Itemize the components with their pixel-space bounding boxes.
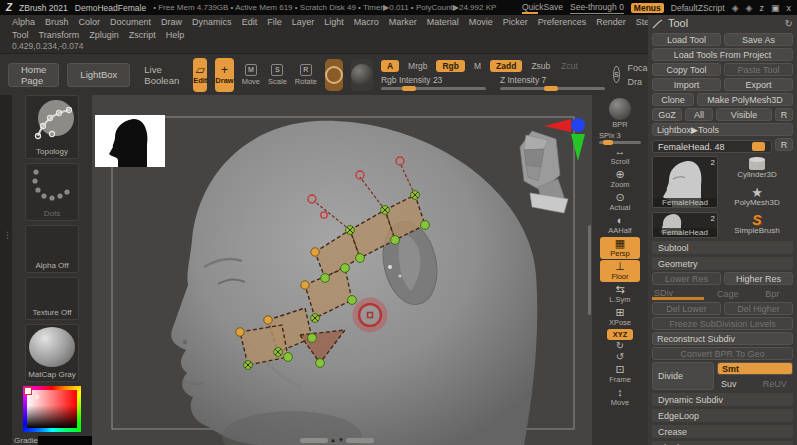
current-brush-button[interactable] (325, 59, 343, 91)
del-lower-button[interactable]: Del Lower (652, 302, 721, 315)
focal-shift-clipped[interactable]: Foca (628, 63, 648, 73)
tool-r-button[interactable]: R (775, 138, 793, 151)
see-through-slider[interactable]: See-through 0 (570, 2, 624, 14)
simplebrush-tool[interactable]: S SimpleBrush (721, 212, 793, 237)
alpha-selector[interactable]: Alpha Off (25, 225, 79, 273)
minimize-button[interactable]: z (759, 3, 764, 13)
rgb-intensity-slider[interactable]: Rgb Intensity 23 (381, 75, 486, 90)
scroll-down-icon[interactable]: ▼ (338, 438, 344, 443)
menu-brush[interactable]: Brush (45, 17, 69, 27)
femalehead2-tool[interactable]: 2 FemaleHead (652, 212, 718, 238)
sdiv-slider[interactable]: SDiv (652, 288, 704, 300)
spix-handle[interactable] (603, 140, 613, 145)
menu-draw[interactable]: Draw (161, 17, 182, 27)
rgb-toggle[interactable]: Rgb (436, 60, 465, 72)
menu-preferences[interactable]: Preferences (538, 17, 587, 27)
scale-mode-button[interactable]: S Scale (268, 64, 287, 86)
bpr-geo-button[interactable]: Bpr (752, 287, 794, 300)
current-stroke-button[interactable] (351, 59, 373, 91)
restore-button[interactable]: ▣ (771, 3, 780, 13)
goz-visible-button[interactable]: Visible (716, 108, 772, 121)
active-tool-slider[interactable]: FemaleHead. 48 (652, 140, 772, 153)
floor-grid-button[interactable]: ⊥ Floor (600, 260, 640, 282)
zoom-button[interactable]: ⊕ Zoom (600, 168, 640, 190)
goz-r-button[interactable]: R (775, 108, 793, 121)
frame-button[interactable]: ⊡ Frame (600, 363, 640, 385)
geometry-section-header[interactable]: Geometry (652, 257, 793, 270)
convert-bpr-button[interactable]: Convert BPR To Geo (652, 347, 793, 360)
refresh-icon[interactable]: ↻ (785, 18, 793, 29)
menu-tool[interactable]: Tool (12, 30, 29, 40)
active-tool-thumbnail[interactable]: 2 FemaleHead (652, 156, 718, 208)
menu-file[interactable]: File (267, 17, 282, 27)
quicksave-button[interactable]: QuickSave (522, 2, 563, 14)
stroke-selector[interactable]: Dots (25, 163, 79, 221)
subtool-section-header[interactable]: Subtool (652, 241, 793, 254)
z-intensity-slider[interactable]: Z Intensity 7 (500, 75, 605, 90)
zadd-toggle[interactable]: Zadd (490, 60, 522, 72)
copy-tool-button[interactable]: Copy Tool (652, 63, 721, 76)
bpr-render-button[interactable]: BPR (600, 97, 640, 130)
sculpt-viewport[interactable] (92, 95, 592, 445)
cage-button[interactable]: Cage (707, 287, 749, 300)
menu-render[interactable]: Render (596, 17, 626, 27)
goz-button[interactable]: GoZ (652, 108, 682, 121)
shadowbox-section-header[interactable]: ShadowBox (652, 441, 793, 445)
menu-picker[interactable]: Picker (503, 17, 528, 27)
dynamic-subdiv-section-header[interactable]: Dynamic Subdiv (652, 393, 793, 406)
hand-right-icon[interactable]: ◈ (746, 3, 753, 13)
left-edge-tray[interactable]: ⋮ (0, 95, 12, 445)
del-higher-button[interactable]: Del Higher (724, 302, 793, 315)
menu-dynamics[interactable]: Dynamics (192, 17, 232, 27)
move-canvas-button[interactable]: ↕ Move (600, 386, 640, 408)
aahalf-button[interactable]: ◐ AAHalf (600, 214, 640, 236)
menu-edit[interactable]: Edit (242, 17, 258, 27)
spix-track[interactable] (599, 141, 641, 144)
menu-alpha[interactable]: Alpha (12, 17, 35, 27)
current-color-swatch[interactable] (24, 387, 32, 395)
menu-zplugin[interactable]: Zplugin (89, 30, 119, 40)
brush-selector[interactable]: Topology (25, 95, 79, 159)
spix-slider[interactable]: SPix 3 (599, 131, 641, 144)
rotate-z-icon[interactable]: ↺ (616, 352, 624, 362)
scrollbar-track-right[interactable] (346, 438, 374, 443)
xpose-button[interactable]: ⊞ XPose (600, 306, 640, 328)
local-symmetry-button[interactable]: ⇆ L.Sym (600, 283, 640, 305)
scroll-button[interactable]: ↔ Scroll (600, 145, 640, 167)
stroke-s-icon[interactable]: S (613, 66, 620, 83)
draw-size-clipped[interactable]: Dra (628, 77, 648, 87)
m-toggle[interactable]: M (472, 60, 483, 72)
hand-left-icon[interactable]: ◈ (732, 3, 739, 13)
default-zscript-button[interactable]: DefaultZScript (671, 3, 725, 13)
perspective-button[interactable]: ▦ Persp (600, 237, 640, 259)
menu-zscript[interactable]: Zscript (129, 30, 156, 40)
live-boolean-toggle[interactable]: Live Boolean (138, 64, 185, 86)
load-tools-from-project-button[interactable]: Load Tools From Project (652, 48, 793, 61)
z-intensity-track[interactable] (500, 87, 605, 90)
menu-layer[interactable]: Layer (292, 17, 315, 27)
make-polymesh3d-button[interactable]: Make PolyMesh3D (697, 93, 793, 106)
menu-document[interactable]: Document (110, 17, 151, 27)
suv-toggle[interactable]: Suv (717, 377, 754, 390)
lower-res-button[interactable]: Lower Res (652, 272, 721, 285)
import-button[interactable]: Import (652, 78, 721, 91)
rotate-mode-button[interactable]: R Rotate (295, 64, 317, 86)
active-tool-handle[interactable] (752, 142, 765, 151)
texture-selector[interactable]: Texture Off (25, 277, 79, 320)
save-as-button[interactable]: Save As (724, 33, 793, 46)
document-canvas[interactable]: ▲ ▼ (92, 95, 592, 445)
z-intensity-handle[interactable] (544, 86, 558, 91)
menu-help[interactable]: Help (166, 30, 185, 40)
scrollbar-track-left[interactable] (300, 438, 328, 443)
rotate-y-icon[interactable]: ↻ (616, 341, 624, 351)
tray-handle-icon[interactable]: ⋮ (3, 230, 12, 240)
horizontal-scrollbar[interactable]: ▲ ▼ (300, 436, 378, 444)
lightbox-tools-button[interactable]: Lightbox▶Tools (652, 123, 793, 136)
color-picker[interactable] (23, 386, 81, 432)
edit-mode-button[interactable]: ▱ Edit (193, 58, 207, 92)
smt-toggle[interactable]: Smt (717, 362, 793, 375)
menu-macro[interactable]: Macro (354, 17, 379, 27)
divide-button[interactable]: Divide (652, 362, 714, 390)
edgeloop-section-header[interactable]: EdgeLoop (652, 409, 793, 422)
rgb-intensity-handle[interactable] (402, 86, 416, 91)
